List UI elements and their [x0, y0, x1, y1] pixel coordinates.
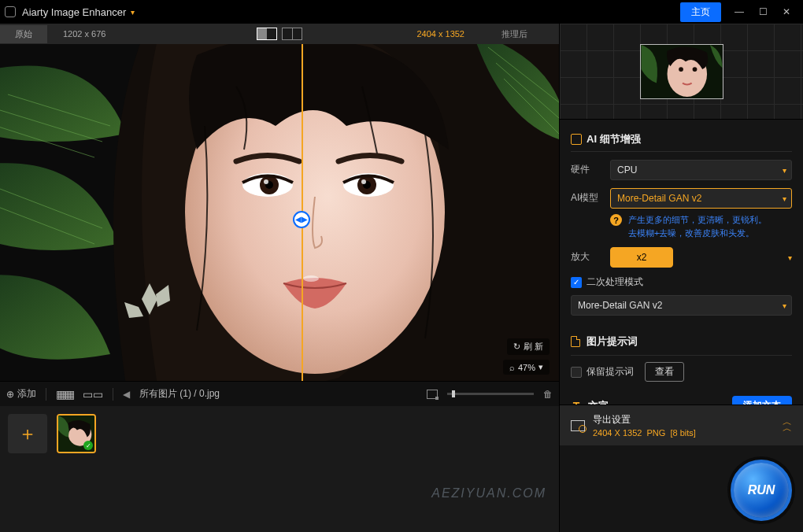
- chevron-down-icon[interactable]: ▾: [788, 253, 792, 262]
- panel-thumbnail[interactable]: [640, 44, 723, 99]
- second-model-select[interactable]: More-Detail GAN v2 ▾: [571, 295, 792, 316]
- hardware-value: CPU: [617, 164, 637, 175]
- keep-prompt-label: 保留提示词: [587, 365, 634, 379]
- panel-preview-grid: [560, 24, 803, 120]
- export-subtitle: 2404 X 1352 PNG [8 bits]: [593, 428, 775, 438]
- view-prompt-button[interactable]: 查看: [645, 362, 684, 382]
- delete-button[interactable]: 🗑: [543, 389, 553, 400]
- zoom-value: 47%: [518, 363, 535, 372]
- original-dimensions: 1202 x 676: [63, 29, 157, 39]
- hardware-label: 硬件: [571, 160, 602, 176]
- preview-viewport[interactable]: ◀▶ ↻ 刷 新 ⌕ 47% ▾: [0, 44, 559, 381]
- thumb-size-slider[interactable]: [447, 393, 534, 395]
- svg-point-10: [303, 275, 319, 282]
- keep-prompt-row: 保留提示词 查看: [571, 362, 792, 382]
- second-model-value: More-Detail GAN v2: [578, 300, 662, 311]
- svg-point-15: [679, 67, 683, 72]
- add-file-button[interactable]: ⊕ 添加: [6, 387, 36, 401]
- chevron-down-icon: ▾: [783, 166, 786, 175]
- grid-view-button[interactable]: ▦▦: [56, 388, 73, 401]
- second-pass-label: 二次处理模式: [587, 275, 643, 289]
- model-value: More-Detail GAN v2: [617, 193, 701, 204]
- add-text-button[interactable]: 添加文本: [732, 396, 792, 405]
- thumbnail-strip: ＋ ✓ AEZIYUAN.COM: [0, 406, 559, 532]
- prompt-section-header: 图片提示词: [571, 328, 792, 356]
- svg-point-5: [264, 179, 268, 184]
- text-section-title: 文字: [588, 399, 609, 405]
- file-path: 所有图片 (1) / 0.jpg: [139, 387, 417, 401]
- add-thumbnail-button[interactable]: ＋: [8, 414, 47, 453]
- check-icon: ✓: [83, 441, 93, 450]
- checkbox-checked-icon: ✓: [571, 277, 582, 288]
- chevron-down-icon: ▾: [783, 301, 786, 310]
- scale-select[interactable]: x2: [610, 247, 673, 268]
- chevron-down-icon: ▾: [783, 194, 786, 203]
- file-strip-bar: ⊕ 添加 ▦▦ ▭▭ ◀ 所有图片 (1) / 0.jpg 🗑: [0, 381, 559, 406]
- refresh-button[interactable]: ↻ 刷 新: [507, 338, 550, 355]
- scale-label: 放大: [571, 247, 602, 264]
- expand-icon: ︿︿: [783, 419, 792, 430]
- minimize-button[interactable]: —: [727, 6, 751, 17]
- titlebar: Aiarty Image Enhancer ▾ 主页 — ☐ ✕: [0, 0, 803, 24]
- app-title: Aiarty Image Enhancer: [22, 6, 126, 18]
- view-mode-toggles: [257, 28, 302, 40]
- hardware-select[interactable]: CPU ▾: [610, 160, 792, 180]
- original-label: 原始: [0, 25, 47, 43]
- maximize-button[interactable]: ☐: [751, 6, 775, 17]
- thumb-mode-icon[interactable]: [427, 390, 438, 399]
- help-icon[interactable]: ?: [610, 214, 622, 226]
- model-description: 产生更多的细节，更清晰，更锐利。 去模糊+去噪，改善皮肤和头发。: [628, 213, 767, 239]
- right-panel: AI 细节增强 硬件 CPU ▾ AI模型 More-Detail GAN v2…: [559, 24, 803, 532]
- second-pass-checkbox[interactable]: ✓ 二次处理模式: [571, 275, 792, 289]
- after-label: 推理后: [501, 28, 527, 40]
- compare-handle[interactable]: ◀▶: [293, 211, 310, 228]
- enhance-icon: [571, 134, 582, 145]
- document-icon: [571, 336, 580, 347]
- view-mode-split-line[interactable]: [282, 28, 302, 40]
- scale-value: x2: [637, 252, 647, 263]
- svg-point-16: [692, 67, 697, 72]
- keep-prompt-checkbox[interactable]: [571, 367, 582, 378]
- run-area: RUN: [560, 445, 803, 532]
- thumbnail-item[interactable]: ✓: [57, 414, 96, 453]
- output-dimensions: 2404 x 1352: [416, 29, 464, 39]
- home-button[interactable]: 主页: [680, 2, 721, 22]
- left-pane: 原始 1202 x 676 2404 x 1352 推理后: [0, 24, 559, 532]
- view-mode-split-half[interactable]: [257, 28, 277, 40]
- add-label: 添加: [17, 387, 36, 401]
- model-label: AI模型: [571, 188, 602, 205]
- preview-image: [0, 44, 559, 381]
- export-icon: [571, 420, 585, 431]
- export-settings-bar[interactable]: 导出设置 2404 X 1352 PNG [8 bits] ︿︿: [560, 405, 803, 445]
- list-view-button[interactable]: ▭▭: [83, 388, 103, 401]
- ai-section-title: AI 细节增强: [587, 132, 641, 146]
- text-section-header: T 文字 添加文本: [571, 390, 792, 405]
- run-button[interactable]: RUN: [731, 460, 792, 521]
- app-menu-chevron-icon[interactable]: ▾: [131, 8, 135, 17]
- export-title: 导出设置: [593, 413, 775, 427]
- preview-header: 原始 1202 x 676 2404 x 1352 推理后: [0, 24, 559, 44]
- prompt-section-title: 图片提示词: [587, 334, 638, 349]
- refresh-label: 刷 新: [524, 341, 543, 353]
- watermark-text: AEZIYUAN.COM: [431, 486, 546, 501]
- model-select[interactable]: More-Detail GAN v2 ▾: [610, 188, 792, 209]
- close-button[interactable]: ✕: [775, 6, 798, 17]
- svg-point-9: [361, 179, 366, 184]
- prev-image-button[interactable]: ◀: [123, 389, 130, 400]
- zoom-control[interactable]: ⌕ 47% ▾: [503, 360, 550, 375]
- ai-section-header: AI 细节增强: [571, 127, 792, 152]
- app-logo-icon: [5, 6, 16, 17]
